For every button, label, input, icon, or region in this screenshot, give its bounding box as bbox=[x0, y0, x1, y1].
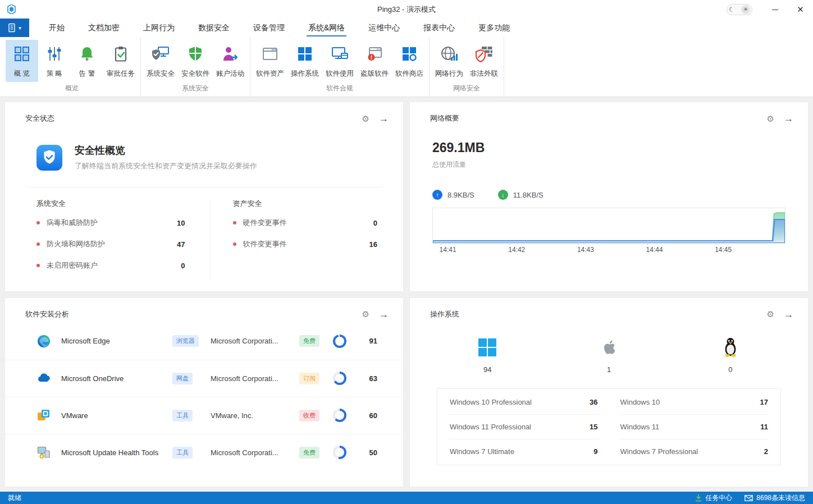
security-status-panel: 安全状态 ⚙ → 安全性概览 了解终端当前系统安全性和资产变更情况并采取必要操作… bbox=[4, 102, 404, 292]
price-badge: 收费 bbox=[299, 410, 319, 421]
red-dot-icon bbox=[233, 242, 236, 246]
ribbon-group-overview: 概 览 策 略 告 警 审批任务 概览 bbox=[3, 37, 141, 97]
ribbon-group-label: 概览 bbox=[6, 82, 138, 97]
total-traffic-value: 269.1MB bbox=[432, 140, 788, 155]
tab-web-behavior[interactable]: 上网行为 bbox=[131, 19, 186, 37]
tab-more-features[interactable]: 更多功能 bbox=[467, 19, 522, 37]
menu-tab-row: ▾ 开始 文档加密 上网行为 数据安全 设备管理 系统&网络 运维中心 报表中心… bbox=[0, 19, 813, 37]
window-alert-icon bbox=[366, 42, 383, 66]
x-tick: 14:45 bbox=[715, 244, 732, 254]
security-overview-title: 安全性概览 bbox=[75, 144, 257, 157]
tab-system-network[interactable]: 系统&网络 bbox=[296, 19, 357, 37]
system-security-section: 系统安全 病毒和威胁防护 10 防火墙和网络防护 47 未启用密码账户 0 bbox=[36, 199, 210, 282]
apple-platform: 1 bbox=[548, 335, 669, 374]
task-center-button[interactable]: 任务中心 bbox=[695, 493, 732, 503]
minimize-button[interactable]: ─ bbox=[762, 0, 788, 19]
software-store-button[interactable]: 软件商店 bbox=[392, 40, 427, 82]
software-vendor: Microsoft Corporati... bbox=[211, 337, 299, 345]
category-badge: 工具 bbox=[172, 410, 193, 421]
sun-icon[interactable]: ☀ bbox=[741, 5, 750, 14]
software-list-item[interactable]: Microsoft Update Health Tools 工具 Microso… bbox=[5, 434, 403, 471]
alert-button[interactable]: 告 警 bbox=[71, 40, 103, 82]
stat-row: 软件变更事件 16 bbox=[233, 239, 378, 249]
linux-count: 0 bbox=[728, 365, 732, 374]
tab-device-mgmt[interactable]: 设备管理 bbox=[241, 19, 296, 37]
price-badge: 订阅 bbox=[299, 373, 319, 384]
panel-title: 安全状态 bbox=[25, 113, 54, 123]
open-arrow-icon[interactable]: → bbox=[378, 113, 389, 123]
x-tick: 14:44 bbox=[646, 244, 663, 254]
tab-start[interactable]: 开始 bbox=[37, 19, 76, 37]
pirated-software-button[interactable]: 盗版软件 bbox=[357, 40, 392, 82]
software-list-item[interactable]: VMware 工具 VMware, Inc. 收费 60 bbox=[5, 397, 403, 434]
main-menu-button[interactable]: ▾ bbox=[0, 19, 29, 37]
bell-icon bbox=[79, 42, 95, 66]
os-breakdown-row: Windows 10 Professional 36 bbox=[449, 390, 599, 415]
open-arrow-icon[interactable]: → bbox=[378, 309, 389, 319]
os-breakdown-row: Windows 7 Professional 2 bbox=[619, 439, 770, 464]
settings-gear-icon[interactable]: ⚙ bbox=[767, 310, 774, 318]
software-name: Microsoft Update Health Tools bbox=[61, 448, 172, 457]
illegal-connection-button[interactable]: 非法外联 bbox=[467, 40, 501, 82]
app-window-icon bbox=[262, 42, 278, 66]
software-list-item[interactable]: Microsoft Edge 浏览器 Microsoft Corporati..… bbox=[5, 323, 403, 360]
dashboard: 安全状态 ⚙ → 安全性概览 了解终端当前系统安全性和资产变更情况并采取必要操作… bbox=[0, 97, 813, 492]
globe-chart-icon bbox=[440, 42, 458, 66]
tab-doc-encrypt[interactable]: 文档加密 bbox=[76, 19, 131, 37]
overview-button[interactable]: 概 览 bbox=[6, 40, 38, 82]
monitor-window-icon bbox=[331, 42, 349, 66]
ribbon-group-label: 软件合规 bbox=[253, 82, 427, 97]
security-shield-icon bbox=[36, 145, 62, 171]
close-button[interactable]: ✕ bbox=[788, 0, 813, 19]
network-behavior-button[interactable]: 网络行为 bbox=[432, 40, 467, 82]
total-traffic-label: 总使用流量 bbox=[432, 160, 788, 169]
green-shield-icon bbox=[187, 42, 204, 66]
os-breakdown-row: Windows 11 Professional 15 bbox=[449, 415, 599, 439]
account-activity-button[interactable]: 账户活动 bbox=[213, 40, 248, 82]
windows-logo-icon bbox=[477, 335, 497, 358]
software-assets-button[interactable]: 软件资产 bbox=[253, 40, 287, 82]
software-list-item[interactable]: Microsoft OneDrive 网盘 Microsoft Corporat… bbox=[5, 360, 403, 397]
operating-system-panel: 操作系统 ⚙ → 94 1 bbox=[409, 297, 809, 488]
user-activity-icon bbox=[221, 42, 239, 66]
ribbon-group-system-security: 系统安全 安全软件 账户活动 系统安全 bbox=[141, 37, 250, 97]
traffic-chart-x-axis: 14:41 14:42 14:43 14:44 14:45 bbox=[432, 244, 785, 258]
ribbon-group-label: 网络安全 bbox=[432, 82, 501, 97]
software-name: Microsoft Edge bbox=[61, 337, 172, 345]
system-security-button[interactable]: 系统安全 bbox=[143, 40, 178, 82]
install-count: 50 bbox=[359, 448, 377, 457]
grid-overview-icon bbox=[13, 42, 31, 66]
traffic-chart bbox=[432, 208, 785, 244]
download-arrow-icon: ↓ bbox=[498, 190, 508, 200]
tab-ops-center[interactable]: 运维中心 bbox=[357, 19, 412, 37]
x-tick: 14:43 bbox=[577, 244, 594, 254]
ribbon: 概 览 策 略 告 警 审批任务 概览 bbox=[0, 37, 813, 97]
shield-monitor-icon bbox=[151, 42, 170, 66]
install-progress-ring bbox=[333, 372, 346, 385]
settings-gear-icon[interactable]: ⚙ bbox=[362, 310, 369, 318]
approval-tasks-button[interactable]: 审批任务 bbox=[103, 40, 138, 82]
install-count: 63 bbox=[359, 374, 377, 383]
theme-toggle[interactable]: ☾ ☀ bbox=[727, 4, 752, 15]
software-name: VMware bbox=[61, 411, 172, 420]
windows-logo-icon bbox=[297, 42, 313, 66]
panel-title: 网络概要 bbox=[430, 113, 459, 123]
moon-icon[interactable]: ☾ bbox=[729, 6, 735, 13]
update-health-tools-icon bbox=[36, 445, 51, 460]
unread-messages-button[interactable]: 8698条未读信息 bbox=[745, 493, 805, 503]
software-name: Microsoft OneDrive bbox=[61, 374, 172, 383]
open-arrow-icon[interactable]: → bbox=[783, 113, 793, 123]
section-title: 资产安全 bbox=[233, 199, 378, 209]
price-badge: 免费 bbox=[299, 447, 319, 459]
os-breakdown-table: Windows 10 Professional 36 Windows 10 17… bbox=[437, 388, 781, 465]
policy-button[interactable]: 策 略 bbox=[38, 40, 71, 82]
software-usage-button[interactable]: 软件使用 bbox=[322, 40, 357, 82]
asset-security-section: 资产安全 硬件变更事件 0 软件变更事件 16 bbox=[210, 199, 383, 282]
tab-report-center[interactable]: 报表中心 bbox=[412, 19, 467, 37]
tab-data-security[interactable]: 数据安全 bbox=[186, 19, 241, 37]
operating-system-button[interactable]: 操作系统 bbox=[287, 40, 322, 82]
settings-gear-icon[interactable]: ⚙ bbox=[362, 114, 369, 123]
settings-gear-icon[interactable]: ⚙ bbox=[767, 114, 774, 123]
security-software-button[interactable]: 安全软件 bbox=[178, 40, 213, 82]
open-arrow-icon[interactable]: → bbox=[783, 309, 793, 319]
